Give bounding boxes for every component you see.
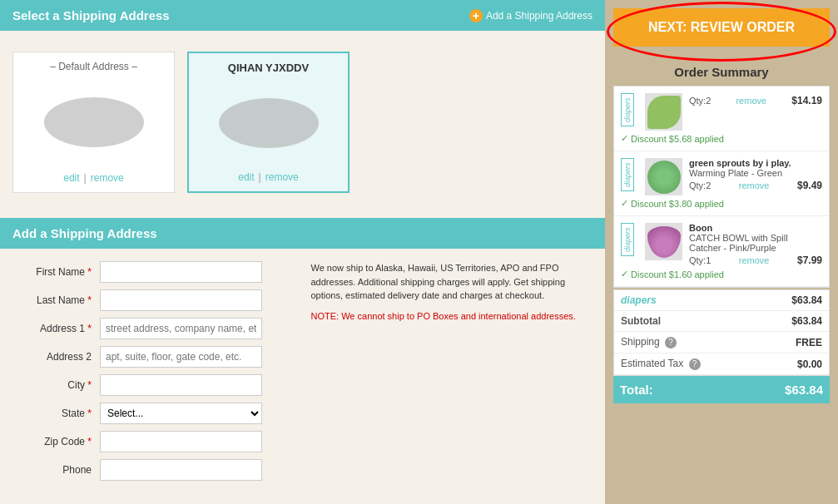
shipping-row: Shipping ? FREE [614, 332, 829, 353]
item-3-name: Boon [689, 223, 822, 233]
add-address-form-section: Add a Shipping Address First Name * Last… [0, 218, 605, 500]
form-body: First Name * Last Name * Address 1 [0, 249, 605, 500]
select-address-header: Select a Shipping Address + Add a Shippi… [0, 0, 605, 31]
address2-row: Address 2 [17, 346, 295, 368]
diapers-tag-2: diapers [621, 158, 634, 191]
total-label: Total: [620, 383, 653, 397]
tax-row: Estimated Tax ? $0.00 [614, 353, 829, 375]
shipping-info-icon[interactable]: ? [665, 337, 677, 348]
leaf-icon [647, 96, 681, 129]
item-1-remove[interactable]: remove [736, 96, 766, 106]
address1-required: * [87, 323, 92, 334]
item-2-name: green sprouts by i play. [689, 158, 822, 168]
tax-info-icon[interactable]: ? [689, 358, 701, 370]
address-cards-section: – Default Address – edit | remove QIHAN … [0, 31, 605, 214]
plus-icon: + [469, 9, 483, 22]
remove-default-link[interactable]: remove [91, 172, 124, 184]
order-item-3: diapers Boon CATCH BOWL with Spill Catch… [614, 216, 829, 287]
separator-qihan: | [259, 171, 261, 183]
item-1-top: diapers Qty:2 remove $14.19 [621, 93, 822, 131]
address2-input[interactable] [100, 346, 262, 368]
next-review-order-button[interactable]: NEXT: REVIEW ORDER [613, 8, 830, 47]
add-address-header: Add a Shipping Address [0, 218, 605, 249]
zip-input[interactable] [100, 431, 262, 452]
zip-label: Zip Code * [17, 436, 100, 447]
item-2-discount: ✓ Discount $3.80 applied [621, 198, 822, 209]
item-1-qty-row: Qty:2 remove $14.19 [689, 95, 822, 106]
item-1-discount: ✓ Discount $5.68 applied [621, 133, 822, 144]
item-3-discount: ✓ Discount $1.60 applied [621, 269, 822, 279]
order-item-1: diapers Qty:2 remove $14.19 ✓ Discoun [614, 86, 829, 151]
edit-qihan-link[interactable]: edit [238, 171, 254, 183]
item-2-sub: Warming Plate - Green [689, 168, 822, 178]
item-1-info: Qty:2 remove $14.19 [689, 93, 822, 106]
first-name-required: * [87, 266, 92, 278]
city-input[interactable] [100, 374, 262, 396]
state-required: * [87, 408, 92, 419]
state-select[interactable]: Select... ALAKAZCA COFLGAHI ILNYTXWA [100, 403, 262, 424]
edit-default-link[interactable]: edit [63, 172, 79, 184]
item-3-top: diapers Boon CATCH BOWL with Spill Catch… [621, 223, 822, 266]
item-1-img [645, 93, 682, 131]
last-name-required: * [87, 294, 92, 306]
purple-bowl-icon [647, 226, 681, 258]
diapers-total-row: diapers $63.84 [614, 290, 829, 311]
shipping-value: FREE [796, 337, 822, 348]
diapers-tag-1: diapers [621, 93, 634, 126]
last-name-row: Last Name * [17, 289, 295, 311]
check-icon-2: ✓ [621, 198, 628, 209]
form-right: We now ship to Alaska, Hawaii, US Territ… [311, 261, 589, 487]
phone-label: Phone [17, 464, 100, 476]
shipping-warning: NOTE: We cannot ship to PO Boxes and int… [311, 309, 589, 324]
item-3-remove[interactable]: remove [739, 255, 770, 265]
address1-input[interactable] [100, 318, 262, 339]
left-panel: Select a Shipping Address + Add a Shippi… [0, 0, 605, 504]
shipping-label: Shipping ? [621, 336, 677, 348]
select-address-title: Select a Shipping Address [12, 8, 170, 22]
address-cards-container: – Default Address – edit | remove QIHAN … [12, 43, 593, 201]
item-1-price: $14.19 [791, 95, 822, 106]
first-name-row: First Name * [17, 261, 295, 283]
item-3-qty: Qty:1 [689, 255, 711, 265]
item-3-info: Boon CATCH BOWL with Spill Catcher - Pin… [689, 223, 822, 266]
subtotal-value: $63.84 [791, 315, 822, 327]
address-card-qihan[interactable]: QIHAN YJXDDV edit | remove [187, 52, 350, 193]
item-2-qty: Qty:2 [689, 180, 711, 190]
address-card-default[interactable]: – Default Address – edit | remove [12, 52, 175, 193]
zip-row: Zip Code * [17, 431, 295, 452]
city-label: City * [17, 379, 100, 391]
item-2-img [645, 158, 682, 195]
address-blob-qihan [219, 98, 319, 148]
add-link-label: Add a Shipping Address [486, 10, 593, 22]
state-select-wrapper: Select... ALAKAZCA COFLGAHI ILNYTXWA [100, 403, 262, 424]
item-3-qty-row: Qty:1 remove $7.99 [689, 254, 822, 266]
diapers-total-value: $63.84 [791, 294, 822, 306]
item-3-price: $7.99 [797, 254, 822, 266]
item-3-sub: CATCH BOWL with Spill Catcher - Pink/Pur… [689, 233, 822, 253]
first-name-label: First Name * [17, 266, 100, 278]
phone-input[interactable] [100, 459, 262, 481]
remove-qihan-link[interactable]: remove [265, 171, 299, 183]
item-2-remove[interactable]: remove [739, 180, 770, 190]
order-summary-title: Order Summary [613, 65, 830, 79]
shipping-note: We now ship to Alaska, Hawaii, US Territ… [311, 261, 589, 303]
item-1-qty: Qty:2 [689, 96, 711, 106]
right-panel: NEXT: REVIEW ORDER Order Summary diapers… [605, 0, 838, 504]
add-address-title: Add a Shipping Address [12, 226, 157, 240]
add-shipping-address-link[interactable]: + Add a Shipping Address [469, 9, 593, 22]
green-plate-icon [647, 161, 681, 194]
zip-required: * [87, 436, 92, 447]
item-3-img [645, 223, 682, 260]
city-row: City * [17, 374, 295, 396]
first-name-input[interactable] [100, 261, 262, 283]
total-value: $63.84 [785, 383, 823, 397]
subtotal-row: Subtotal $63.84 [614, 311, 829, 332]
default-address-label: – Default Address – [50, 61, 137, 72]
check-icon-3: ✓ [621, 269, 628, 279]
address1-label: Address 1 * [17, 323, 100, 334]
last-name-input[interactable] [100, 289, 262, 311]
address2-label: Address 2 [17, 351, 100, 363]
order-items-scrollable[interactable]: diapers Qty:2 remove $14.19 ✓ Discoun [613, 86, 830, 288]
item-2-qty-row: Qty:2 remove $9.49 [689, 180, 822, 191]
check-icon-1: ✓ [621, 133, 628, 144]
